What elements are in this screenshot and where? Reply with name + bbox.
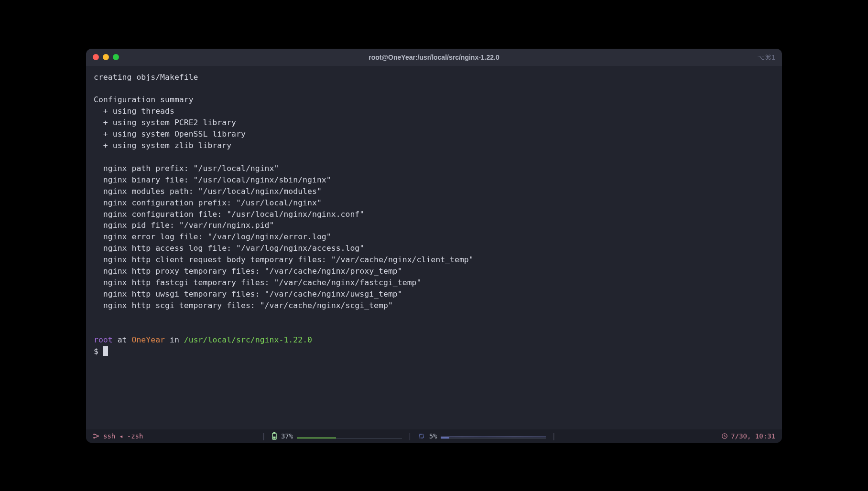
- battery-percent: 37%: [281, 432, 293, 440]
- status-battery: 37%: [271, 432, 402, 440]
- output-line: nginx http proxy temporary files: "/var/…: [94, 267, 402, 276]
- status-clock: 7/30, 10:31: [721, 432, 775, 440]
- zoom-button[interactable]: [113, 54, 119, 60]
- output-line: creating objs/Makefile: [94, 73, 198, 82]
- titlebar: root@OneYear:/usr/local/src/nginx-1.22.0…: [86, 49, 782, 66]
- svg-rect-4: [273, 432, 275, 433]
- output-line: nginx modules path: "/usr/local/nginx/mo…: [94, 187, 322, 196]
- output-line: nginx http fastcgi temporary files: "/va…: [94, 278, 421, 287]
- clock-icon: [721, 433, 728, 439]
- cpu-percent: 5%: [429, 432, 437, 440]
- output-line: nginx configuration file: "/usr/local/ng…: [94, 210, 364, 219]
- output-line: nginx http client request body temporary…: [94, 255, 474, 264]
- terminal-window: root@OneYear:/usr/local/src/nginx-1.22.0…: [86, 49, 782, 443]
- cpu-icon: [418, 432, 425, 440]
- status-divider: |: [261, 432, 265, 440]
- status-divider: |: [552, 432, 555, 440]
- clock-text: 7/30, 10:31: [731, 432, 775, 440]
- minimize-button[interactable]: [103, 54, 109, 60]
- window-hotkey-label: ⌥⌘1: [757, 53, 775, 61]
- prompt-in: in: [165, 335, 184, 344]
- prompt-line: root at OneYear in /usr/local/src/nginx-…: [94, 334, 774, 346]
- window-title: root@OneYear:/usr/local/src/nginx-1.22.0: [86, 53, 782, 61]
- status-session: ssh ◂ -zsh: [93, 432, 143, 440]
- terminal-viewport[interactable]: creating objs/Makefile Configuration sum…: [86, 66, 782, 429]
- status-bar: ssh ◂ -zsh | 37% | 5%: [86, 429, 782, 443]
- window-controls: [93, 54, 119, 60]
- battery-bar: [297, 434, 402, 438]
- cursor[interactable]: [103, 346, 108, 356]
- status-shell-label: -zsh: [127, 432, 143, 440]
- output-line: nginx path prefix: "/usr/local/nginx": [94, 164, 279, 173]
- output-line: nginx http scgi temporary files: "/var/c…: [94, 301, 393, 310]
- status-cpu: 5%: [418, 432, 546, 440]
- output-line: nginx configuration prefix: "/usr/local/…: [94, 198, 322, 207]
- svg-point-0: [94, 434, 95, 435]
- cpu-bar: [441, 434, 546, 438]
- svg-rect-5: [273, 437, 275, 439]
- output-line: + using system OpenSSL library: [94, 129, 246, 139]
- status-ssh-label: ssh: [103, 432, 115, 440]
- status-divider: |: [408, 432, 412, 440]
- status-arrow: ◂: [119, 432, 123, 440]
- prompt-path: /usr/local/src/nginx-1.22.0: [184, 335, 312, 344]
- output-line: nginx pid file: "/var/run/nginx.pid": [94, 221, 274, 230]
- svg-rect-6: [420, 434, 423, 438]
- prompt-at: at: [113, 335, 132, 344]
- output-line: + using system PCRE2 library: [94, 118, 236, 127]
- battery-icon: [271, 432, 277, 440]
- prompt-host: OneYear: [132, 335, 165, 344]
- output-line: + using threads: [94, 107, 174, 116]
- output-line: nginx error log file: "/var/log/nginx/er…: [94, 232, 331, 241]
- prompt-user: root: [94, 335, 113, 344]
- close-button[interactable]: [93, 54, 99, 60]
- output-line: nginx binary file: "/usr/local/nginx/sbi…: [94, 175, 331, 184]
- svg-point-2: [98, 435, 98, 436]
- network-icon: [93, 433, 99, 439]
- output-line: nginx http access log file: "/var/log/ng…: [94, 244, 364, 253]
- output-line: + using system zlib library: [94, 141, 231, 150]
- svg-point-1: [94, 437, 95, 438]
- output-line: nginx http uwsgi temporary files: "/var/…: [94, 289, 402, 299]
- output-summary-header: Configuration summary: [94, 95, 194, 104]
- prompt-symbol: $: [94, 347, 103, 356]
